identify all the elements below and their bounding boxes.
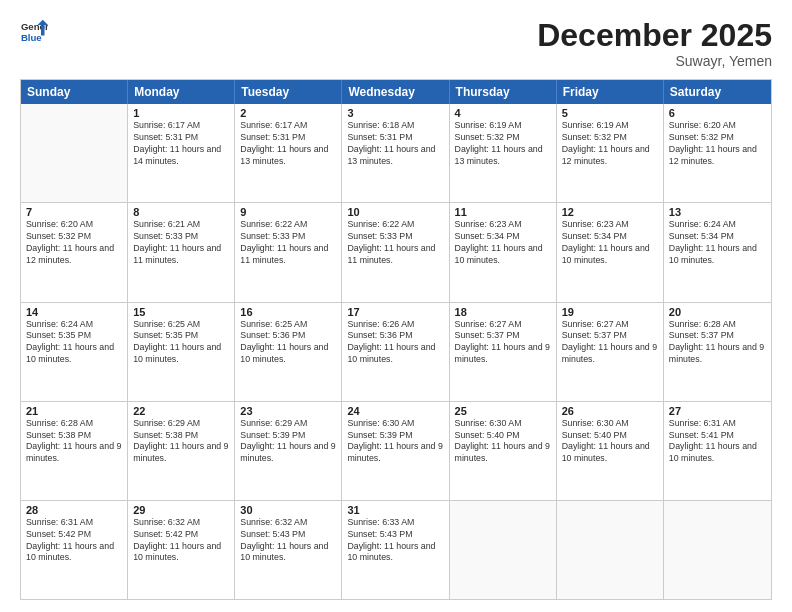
day-number: 11	[455, 206, 551, 218]
day-cell-18: 18Sunrise: 6:27 AM Sunset: 5:37 PM Dayli…	[450, 303, 557, 401]
day-info: Sunrise: 6:20 AM Sunset: 5:32 PM Dayligh…	[669, 120, 766, 168]
calendar-row-5: 28Sunrise: 6:31 AM Sunset: 5:42 PM Dayli…	[21, 500, 771, 599]
day-number: 10	[347, 206, 443, 218]
day-cell-20: 20Sunrise: 6:28 AM Sunset: 5:37 PM Dayli…	[664, 303, 771, 401]
day-header-sunday: Sunday	[21, 80, 128, 104]
day-number: 17	[347, 306, 443, 318]
title-block: December 2025 Suwayr, Yemen	[537, 18, 772, 69]
day-cell-23: 23Sunrise: 6:29 AM Sunset: 5:39 PM Dayli…	[235, 402, 342, 500]
day-cell-8: 8Sunrise: 6:21 AM Sunset: 5:33 PM Daylig…	[128, 203, 235, 301]
day-cell-10: 10Sunrise: 6:22 AM Sunset: 5:33 PM Dayli…	[342, 203, 449, 301]
day-number: 30	[240, 504, 336, 516]
day-number: 18	[455, 306, 551, 318]
day-cell-empty	[664, 501, 771, 599]
day-cell-7: 7Sunrise: 6:20 AM Sunset: 5:32 PM Daylig…	[21, 203, 128, 301]
day-number: 3	[347, 107, 443, 119]
day-header-friday: Friday	[557, 80, 664, 104]
day-info: Sunrise: 6:25 AM Sunset: 5:36 PM Dayligh…	[240, 319, 336, 367]
day-cell-2: 2Sunrise: 6:17 AM Sunset: 5:31 PM Daylig…	[235, 104, 342, 202]
day-cell-11: 11Sunrise: 6:23 AM Sunset: 5:34 PM Dayli…	[450, 203, 557, 301]
day-number: 26	[562, 405, 658, 417]
day-cell-30: 30Sunrise: 6:32 AM Sunset: 5:43 PM Dayli…	[235, 501, 342, 599]
day-number: 20	[669, 306, 766, 318]
logo: General Blue	[20, 18, 48, 46]
calendar: SundayMondayTuesdayWednesdayThursdayFrid…	[20, 79, 772, 600]
day-info: Sunrise: 6:22 AM Sunset: 5:33 PM Dayligh…	[347, 219, 443, 267]
day-number: 13	[669, 206, 766, 218]
day-number: 15	[133, 306, 229, 318]
day-number: 29	[133, 504, 229, 516]
day-number: 22	[133, 405, 229, 417]
day-header-thursday: Thursday	[450, 80, 557, 104]
day-cell-empty	[450, 501, 557, 599]
day-number: 12	[562, 206, 658, 218]
day-cell-19: 19Sunrise: 6:27 AM Sunset: 5:37 PM Dayli…	[557, 303, 664, 401]
day-info: Sunrise: 6:30 AM Sunset: 5:40 PM Dayligh…	[455, 418, 551, 466]
day-info: Sunrise: 6:17 AM Sunset: 5:31 PM Dayligh…	[133, 120, 229, 168]
day-info: Sunrise: 6:24 AM Sunset: 5:35 PM Dayligh…	[26, 319, 122, 367]
day-cell-9: 9Sunrise: 6:22 AM Sunset: 5:33 PM Daylig…	[235, 203, 342, 301]
day-cell-22: 22Sunrise: 6:29 AM Sunset: 5:38 PM Dayli…	[128, 402, 235, 500]
day-info: Sunrise: 6:22 AM Sunset: 5:33 PM Dayligh…	[240, 219, 336, 267]
day-cell-13: 13Sunrise: 6:24 AM Sunset: 5:34 PM Dayli…	[664, 203, 771, 301]
day-number: 7	[26, 206, 122, 218]
day-info: Sunrise: 6:33 AM Sunset: 5:43 PM Dayligh…	[347, 517, 443, 565]
day-info: Sunrise: 6:23 AM Sunset: 5:34 PM Dayligh…	[562, 219, 658, 267]
day-number: 2	[240, 107, 336, 119]
day-number: 4	[455, 107, 551, 119]
calendar-row-3: 14Sunrise: 6:24 AM Sunset: 5:35 PM Dayli…	[21, 302, 771, 401]
day-number: 8	[133, 206, 229, 218]
day-info: Sunrise: 6:27 AM Sunset: 5:37 PM Dayligh…	[562, 319, 658, 367]
day-header-wednesday: Wednesday	[342, 80, 449, 104]
day-header-tuesday: Tuesday	[235, 80, 342, 104]
day-number: 14	[26, 306, 122, 318]
day-cell-5: 5Sunrise: 6:19 AM Sunset: 5:32 PM Daylig…	[557, 104, 664, 202]
day-info: Sunrise: 6:31 AM Sunset: 5:41 PM Dayligh…	[669, 418, 766, 466]
calendar-body: 1Sunrise: 6:17 AM Sunset: 5:31 PM Daylig…	[21, 104, 771, 599]
day-cell-17: 17Sunrise: 6:26 AM Sunset: 5:36 PM Dayli…	[342, 303, 449, 401]
day-cell-15: 15Sunrise: 6:25 AM Sunset: 5:35 PM Dayli…	[128, 303, 235, 401]
day-cell-14: 14Sunrise: 6:24 AM Sunset: 5:35 PM Dayli…	[21, 303, 128, 401]
day-cell-29: 29Sunrise: 6:32 AM Sunset: 5:42 PM Dayli…	[128, 501, 235, 599]
day-cell-1: 1Sunrise: 6:17 AM Sunset: 5:31 PM Daylig…	[128, 104, 235, 202]
day-number: 9	[240, 206, 336, 218]
day-cell-28: 28Sunrise: 6:31 AM Sunset: 5:42 PM Dayli…	[21, 501, 128, 599]
day-info: Sunrise: 6:32 AM Sunset: 5:43 PM Dayligh…	[240, 517, 336, 565]
day-cell-3: 3Sunrise: 6:18 AM Sunset: 5:31 PM Daylig…	[342, 104, 449, 202]
day-cell-25: 25Sunrise: 6:30 AM Sunset: 5:40 PM Dayli…	[450, 402, 557, 500]
day-cell-4: 4Sunrise: 6:19 AM Sunset: 5:32 PM Daylig…	[450, 104, 557, 202]
day-info: Sunrise: 6:30 AM Sunset: 5:40 PM Dayligh…	[562, 418, 658, 466]
day-info: Sunrise: 6:21 AM Sunset: 5:33 PM Dayligh…	[133, 219, 229, 267]
day-cell-24: 24Sunrise: 6:30 AM Sunset: 5:39 PM Dayli…	[342, 402, 449, 500]
day-info: Sunrise: 6:26 AM Sunset: 5:36 PM Dayligh…	[347, 319, 443, 367]
header: General Blue December 2025 Suwayr, Yemen	[20, 18, 772, 69]
day-number: 28	[26, 504, 122, 516]
day-number: 5	[562, 107, 658, 119]
month-title: December 2025	[537, 18, 772, 53]
day-number: 6	[669, 107, 766, 119]
day-cell-6: 6Sunrise: 6:20 AM Sunset: 5:32 PM Daylig…	[664, 104, 771, 202]
day-info: Sunrise: 6:23 AM Sunset: 5:34 PM Dayligh…	[455, 219, 551, 267]
day-info: Sunrise: 6:24 AM Sunset: 5:34 PM Dayligh…	[669, 219, 766, 267]
calendar-row-1: 1Sunrise: 6:17 AM Sunset: 5:31 PM Daylig…	[21, 104, 771, 202]
day-info: Sunrise: 6:29 AM Sunset: 5:38 PM Dayligh…	[133, 418, 229, 466]
day-info: Sunrise: 6:29 AM Sunset: 5:39 PM Dayligh…	[240, 418, 336, 466]
calendar-row-2: 7Sunrise: 6:20 AM Sunset: 5:32 PM Daylig…	[21, 202, 771, 301]
day-info: Sunrise: 6:20 AM Sunset: 5:32 PM Dayligh…	[26, 219, 122, 267]
day-info: Sunrise: 6:25 AM Sunset: 5:35 PM Dayligh…	[133, 319, 229, 367]
day-cell-27: 27Sunrise: 6:31 AM Sunset: 5:41 PM Dayli…	[664, 402, 771, 500]
day-info: Sunrise: 6:19 AM Sunset: 5:32 PM Dayligh…	[455, 120, 551, 168]
day-number: 23	[240, 405, 336, 417]
day-number: 21	[26, 405, 122, 417]
logo-icon: General Blue	[20, 18, 48, 46]
day-info: Sunrise: 6:28 AM Sunset: 5:38 PM Dayligh…	[26, 418, 122, 466]
day-info: Sunrise: 6:19 AM Sunset: 5:32 PM Dayligh…	[562, 120, 658, 168]
day-cell-empty	[557, 501, 664, 599]
day-info: Sunrise: 6:18 AM Sunset: 5:31 PM Dayligh…	[347, 120, 443, 168]
calendar-row-4: 21Sunrise: 6:28 AM Sunset: 5:38 PM Dayli…	[21, 401, 771, 500]
day-cell-empty	[21, 104, 128, 202]
day-number: 16	[240, 306, 336, 318]
day-info: Sunrise: 6:32 AM Sunset: 5:42 PM Dayligh…	[133, 517, 229, 565]
day-cell-12: 12Sunrise: 6:23 AM Sunset: 5:34 PM Dayli…	[557, 203, 664, 301]
day-info: Sunrise: 6:28 AM Sunset: 5:37 PM Dayligh…	[669, 319, 766, 367]
